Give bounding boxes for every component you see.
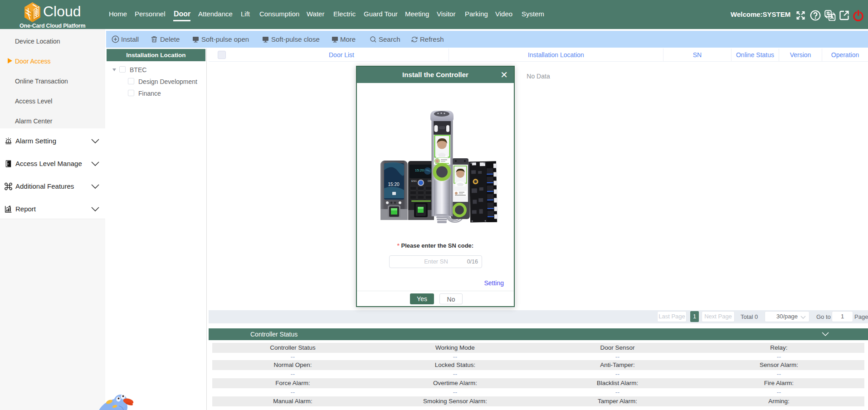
svg-text:OK: OK [428,180,432,182]
svg-text:15:20: 15:20 [388,182,399,187]
svg-text:15:20: 15:20 [415,168,424,172]
svg-text:ESC: ESC [411,180,417,182]
